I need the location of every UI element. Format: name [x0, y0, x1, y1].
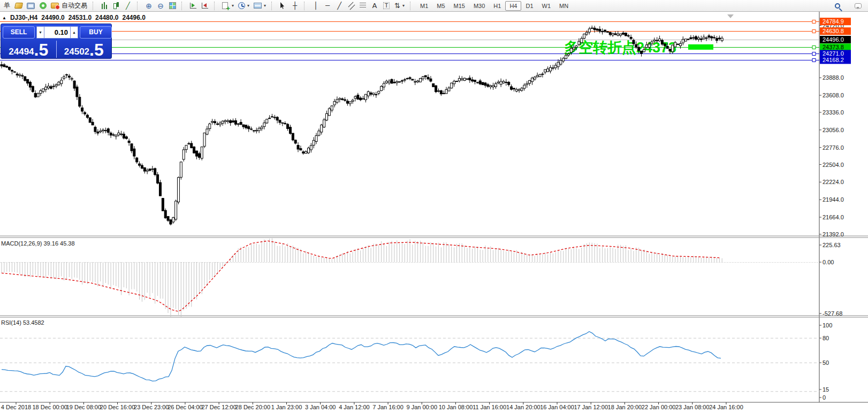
sell-price-fraction: .5 [34, 43, 49, 57]
price-badge: 24373.8 [820, 43, 851, 51]
price-badge: 24496.0 [820, 36, 851, 43]
time-label: 4 Jan 12:00 [339, 404, 370, 410]
tile-windows-button[interactable] [166, 1, 178, 11]
candle [419, 78, 421, 82]
hline-endpoint-marker[interactable] [812, 46, 816, 49]
toolbar-group-scroll [187, 0, 211, 12]
toolbar-group-chart-type: ╱ [98, 0, 134, 12]
chart-shift-icon [202, 3, 208, 9]
time-label: 18 Jan 20:00 [608, 404, 642, 410]
templates-button[interactable]: ▾ [252, 1, 268, 11]
time-label: 4 Dec 2018 [1, 404, 31, 410]
text-label-icon: T [383, 2, 390, 9]
open-value: 24490.0 [41, 14, 64, 21]
trend-line-icon: ╱ [337, 2, 341, 9]
svg-text:24784.9: 24784.9 [823, 18, 844, 25]
chat-button[interactable] [852, 1, 864, 11]
candle [89, 117, 91, 123]
hline-endpoint-marker[interactable] [812, 20, 816, 24]
volume-input[interactable] [44, 26, 70, 39]
toolbar-separator [304, 2, 308, 10]
chart-shift-button[interactable] [199, 1, 211, 11]
candle [266, 119, 268, 124]
arrows-button[interactable]: ⇅▾ [392, 1, 407, 11]
timeframe-m30-button[interactable]: M30 [469, 1, 489, 11]
periods-button[interactable]: ▾ [236, 1, 252, 11]
buy-price[interactable]: 24502 .5 [57, 40, 112, 59]
line-chart-button[interactable]: ╱ [122, 1, 134, 11]
sell-button[interactable]: SELL [3, 26, 35, 39]
fibonacci-icon [360, 3, 366, 9]
chart-area[interactable]: 多空转折点2437324720.023888.023608.023336.023… [0, 0, 868, 413]
autotrade-label: 自动交易 [62, 1, 87, 10]
timeframe-h1-button[interactable]: H1 [489, 1, 505, 11]
price-tick-label: 23888.0 [823, 74, 844, 81]
trend-line-button[interactable]: ╱ [333, 1, 345, 11]
hline-endpoint-marker[interactable] [812, 59, 816, 62]
sell-price[interactable]: 24494 .5 [1, 40, 56, 59]
arrows-icon: ⇅ [394, 2, 400, 9]
timeframe-mn-button[interactable]: MN [555, 1, 573, 11]
candle [432, 83, 435, 87]
line-chart-icon: ╱ [126, 2, 130, 9]
horizontal-line-button[interactable]: ─ [322, 1, 333, 11]
new-chart-button[interactable]: ▾ [220, 1, 236, 11]
candle [203, 133, 205, 148]
search-button[interactable] [832, 1, 843, 11]
zoom-in-icon: ⊕ [146, 2, 152, 10]
terminal-button[interactable] [25, 1, 37, 11]
auto-scroll-button[interactable] [187, 1, 199, 11]
sell-price-main: 24494 [9, 47, 34, 56]
bar-chart-icon [101, 2, 108, 9]
fibonacci-button[interactable] [357, 1, 369, 11]
notebook-button[interactable] [13, 1, 25, 11]
zoom-in-button[interactable]: ⊕ [143, 1, 155, 11]
buy-button[interactable]: BUY [80, 26, 112, 39]
new-order-button[interactable]: 单 [1, 1, 13, 11]
timeframe-w1-button[interactable]: W1 [538, 1, 555, 11]
buy-price-fraction: .5 [89, 43, 104, 57]
dropdown-caret-icon: ▾ [247, 3, 249, 8]
timeframe-d1-button[interactable]: D1 [521, 1, 537, 11]
toolbar-group-objects: ┼│─╱AT⇅▾ [277, 0, 407, 12]
svg-text:24373.8: 24373.8 [823, 44, 844, 50]
timeframe-m5-button[interactable]: M5 [432, 1, 449, 11]
toolbar: 单自动交易╱⊕⊖▾▾▾┼│─╱AT⇅▾M1M5M15M30H1H4D1W1MN [0, 0, 868, 12]
volume-decrease-button[interactable]: ▼ [36, 26, 44, 39]
price-tick-label: 22224.0 [823, 179, 844, 185]
price-tick-label: 21392.0 [823, 231, 844, 238]
autotrade-button[interactable]: 自动交易 [49, 1, 89, 11]
timeframe-m15-button[interactable]: M15 [450, 1, 469, 11]
hline-endpoint-marker[interactable] [812, 30, 816, 33]
one-click-trading-panel: SELL ▼ ▲ BUY 24494 .5 24502 .5 [1, 24, 112, 59]
new-chart-icon [222, 2, 228, 9]
hline-endpoint-marker[interactable] [812, 52, 816, 56]
candlestick-chart-button[interactable] [110, 1, 122, 11]
chart-background[interactable] [0, 12, 868, 413]
candle [292, 133, 294, 141]
toolbar-group-standard: 单自动交易 [1, 0, 89, 12]
time-label: 9 Jan 00:00 [407, 404, 438, 410]
highlight-rectangle-object[interactable] [688, 44, 713, 50]
notebook-icon [14, 3, 23, 9]
text-label-button[interactable]: T [380, 1, 392, 11]
time-label: 26 Dec 04:00 [167, 404, 202, 410]
timeframe-h4-button[interactable]: H4 [505, 1, 521, 11]
vertical-line-button[interactable]: │ [310, 1, 322, 11]
crosshair-button[interactable]: ┼ [289, 1, 301, 11]
price-tick-label: 21664.0 [823, 214, 844, 220]
volume-increase-button[interactable]: ▲ [70, 26, 78, 39]
timeframe-m1-button[interactable]: M1 [416, 1, 432, 11]
zoom-out-icon: ⊖ [157, 2, 164, 10]
bar-chart-button[interactable] [98, 1, 110, 11]
signal-button[interactable] [37, 1, 49, 11]
dropdown-caret-icon: ▾ [232, 3, 234, 8]
buy-price-main: 24502 [64, 47, 89, 56]
cursor-button[interactable] [277, 1, 289, 11]
zoom-out-button[interactable]: ⊖ [155, 1, 166, 11]
equidistant-channel-button[interactable] [345, 1, 357, 11]
text-button[interactable]: A [369, 1, 380, 11]
macd-label: MACD(12,26,9) 39.16 45.38 [1, 240, 75, 247]
candle [201, 147, 203, 160]
price-tick-label: 21944.0 [823, 196, 844, 203]
